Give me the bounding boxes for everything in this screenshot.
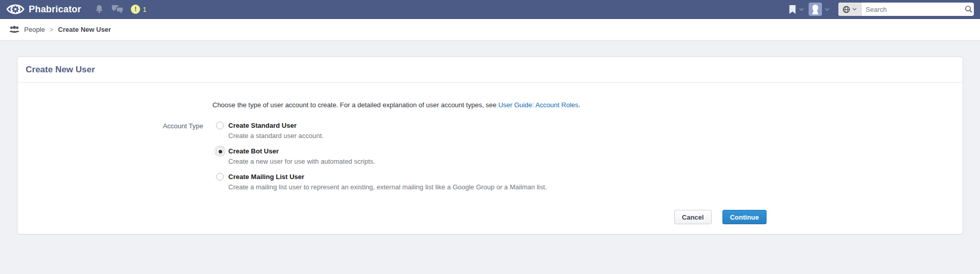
bookmark-icon bbox=[789, 5, 796, 14]
account-type-options: Create Standard User Create a standard u… bbox=[216, 122, 547, 199]
option-standard-user-label[interactable]: Create Standard User bbox=[228, 122, 297, 129]
page-title: Create New User bbox=[26, 65, 95, 74]
account-type-label: Account Type bbox=[17, 122, 203, 199]
global-search bbox=[838, 3, 974, 16]
radio-standard-user[interactable] bbox=[216, 122, 224, 129]
intro-text: Choose the type of user account to creat… bbox=[212, 101, 963, 109]
continue-button[interactable]: Continue bbox=[722, 210, 767, 224]
search-input[interactable] bbox=[861, 3, 960, 16]
alerts-indicator[interactable]: ! 1 bbox=[131, 5, 146, 14]
user-menu[interactable] bbox=[809, 3, 830, 16]
user-avatar bbox=[809, 3, 822, 16]
magnifier-icon bbox=[965, 5, 973, 13]
page-content: Create New User Choose the type of user … bbox=[0, 41, 980, 234]
globe-icon bbox=[842, 6, 850, 13]
top-navigation-bar: Phabricator ! 1 bbox=[0, 0, 980, 19]
option-mailing-list-user: Create Mailing List User Create a mailin… bbox=[216, 173, 547, 191]
cancel-button[interactable]: Cancel bbox=[674, 210, 712, 224]
card-body: Choose the type of user account to creat… bbox=[17, 83, 963, 234]
intro-suffix: . bbox=[578, 101, 580, 109]
people-icon bbox=[9, 26, 19, 33]
option-bot-user: Create Bot User Create a new user for us… bbox=[216, 147, 547, 165]
breadcrumb: People > Create New User bbox=[0, 19, 980, 41]
intro-prefix: Choose the type of user account to creat… bbox=[212, 101, 498, 109]
option-bot-user-caption: Create a new user for use with automated… bbox=[228, 158, 547, 165]
phabricator-logo-icon[interactable] bbox=[6, 2, 25, 17]
chevron-down-icon bbox=[852, 8, 857, 11]
option-standard-user-caption: Create a standard user account. bbox=[228, 132, 547, 140]
option-mailing-list-user-label[interactable]: Create Mailing List User bbox=[228, 173, 304, 181]
option-mailing-list-user-caption: Create a mailing list user to represent … bbox=[228, 183, 547, 191]
search-submit-button[interactable] bbox=[960, 5, 974, 13]
breadcrumb-current-page: Create New User bbox=[58, 26, 111, 33]
option-bot-user-label[interactable]: Create Bot User bbox=[228, 147, 279, 155]
alert-exclaim-icon: ! bbox=[131, 5, 140, 14]
card-header: Create New User bbox=[17, 57, 963, 83]
account-type-form-row: Account Type Create Standard User Create… bbox=[17, 122, 963, 199]
notifications-bell-icon[interactable] bbox=[94, 5, 104, 14]
chevron-down-icon bbox=[825, 8, 830, 11]
bookmarks-menu[interactable] bbox=[789, 5, 804, 14]
radio-mailing-list-user[interactable] bbox=[216, 173, 224, 181]
messages-chat-icon[interactable] bbox=[111, 5, 124, 14]
create-new-user-card: Create New User Choose the type of user … bbox=[17, 56, 963, 234]
option-standard-user: Create Standard User Create a standard u… bbox=[216, 122, 547, 140]
breadcrumb-people-link[interactable]: People bbox=[24, 26, 45, 33]
user-guide-link[interactable]: User Guide: Account Roles bbox=[498, 101, 578, 109]
search-scope-selector[interactable] bbox=[838, 3, 861, 16]
breadcrumb-separator: > bbox=[49, 26, 53, 33]
radio-bot-user[interactable] bbox=[216, 147, 224, 155]
brand-title[interactable]: Phabricator bbox=[29, 4, 81, 15]
alert-count: 1 bbox=[143, 6, 146, 13]
chevron-down-icon bbox=[799, 8, 804, 11]
dialog-buttons: Cancel Continue bbox=[17, 210, 767, 224]
